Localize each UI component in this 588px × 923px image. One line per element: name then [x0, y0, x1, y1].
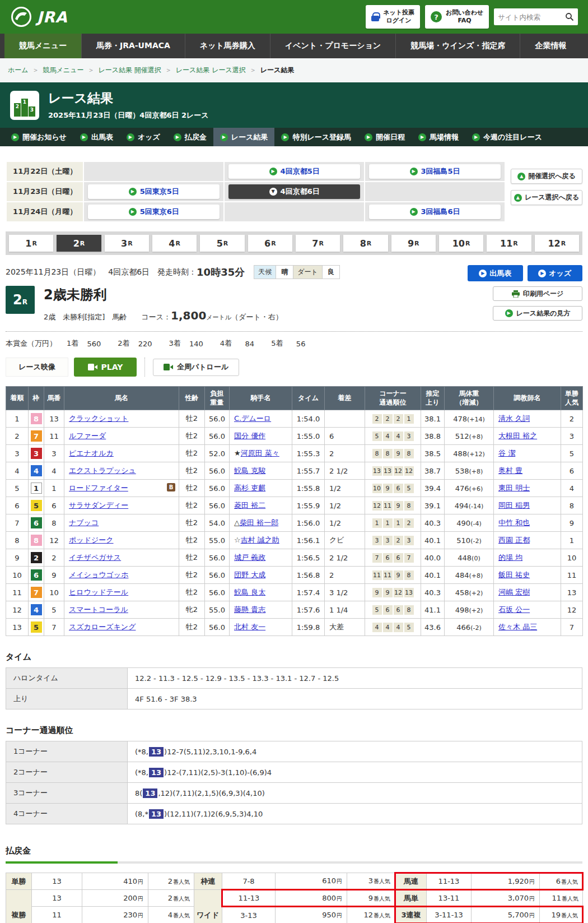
race-tab[interactable]: 11R [487, 235, 531, 252]
meeting-button[interactable]: ▶4回京都5日 [228, 164, 360, 179]
result-guide-button[interactable]: ▶ レース結果の見方 [493, 306, 582, 321]
search-input[interactable] [498, 13, 565, 21]
jra-logo[interactable]: JRA [10, 6, 68, 28]
trainer-link[interactable]: 谷 潔 [498, 449, 515, 457]
meeting-button[interactable]: ▶3回福島6日 [369, 205, 501, 219]
jockey-link[interactable]: 吉村 誠之助 [241, 536, 279, 544]
race-tab[interactable]: 4R [152, 235, 197, 252]
horse-name-link[interactable]: ポッドジーク [69, 536, 114, 544]
jockey-link[interactable]: 菱田 裕二 [234, 501, 265, 509]
jockey-link[interactable]: 北村 友一 [234, 623, 265, 631]
horse-name-link[interactable]: ルファーダ [69, 432, 106, 440]
shutsuba-button[interactable]: ▶ 出馬表 [468, 265, 523, 281]
trainer-link[interactable]: 東田 明士 [498, 484, 530, 492]
breadcrumb-link[interactable]: 競馬メニュー [43, 66, 84, 74]
trainer-link[interactable]: 岡田 稲男 [498, 501, 530, 509]
corner-row: 1コーナー(*8,13)12-7(5,11)2,3,10,1-9,6,4 [6, 741, 582, 762]
jockey-link[interactable]: 国分 優作 [234, 432, 265, 440]
subnav-item[interactable]: ▶払戻金 [167, 128, 213, 146]
horse-name-cell: スズカローズキング [64, 619, 179, 636]
nav-item[interactable]: ネット馬券購入 [185, 34, 270, 58]
horse-name-link[interactable]: サラサダンディー [69, 501, 128, 509]
trainer-link[interactable]: 的場 均 [498, 553, 522, 562]
patrol-video-button[interactable]: 全周パトロール [153, 359, 239, 376]
nav-item[interactable]: 競馬メニュー [4, 34, 81, 58]
results-row: 922イチザペガサス牡256.0城戸 義政1:56.52 1/2766740.0… [6, 549, 583, 567]
horse-name-link[interactable]: ピエナオルカ [69, 449, 114, 457]
jockey-link[interactable]: 高杉 吏麒 [234, 484, 265, 492]
popularity-suffix: 番人気 [562, 896, 578, 902]
faq-button[interactable]: お問い合わせ FAQ [425, 5, 489, 29]
jockey-link[interactable]: 河原田 菜々 [241, 449, 279, 457]
horse-name-link[interactable]: ロードファイター [69, 484, 128, 492]
trainer-link[interactable]: 石坂 公一 [498, 605, 530, 614]
horse-name-link[interactable]: ヒロウッドテール [69, 588, 128, 596]
print-page-button[interactable]: 印刷用ページ [493, 286, 582, 301]
race-tab[interactable]: 9R [391, 235, 436, 252]
horse-name-link[interactable]: クラックショット [69, 414, 128, 423]
breadcrumb-link[interactable]: ホーム [8, 66, 29, 74]
race-tab[interactable]: 8R [343, 235, 388, 252]
trainer-link[interactable]: 大根田 裕之 [498, 432, 537, 440]
jockey-link[interactable]: 藤懸 貴志 [234, 605, 265, 614]
bet-combination: 13-11 [427, 890, 472, 907]
trainer-link[interactable]: 佐々木 晶三 [498, 623, 537, 631]
subnav-item[interactable]: ▶開催お知らせ [4, 128, 73, 146]
trainer-link[interactable]: 飯田 祐史 [498, 571, 530, 579]
horse-name-link[interactable]: ナブッコ [69, 518, 99, 527]
back-button[interactable]: ▲開催選択へ戻る [511, 169, 582, 184]
win-popularity: 3 [561, 428, 583, 445]
race-tab[interactable]: 10R [439, 235, 483, 252]
jockey-link[interactable]: 鮫島 克駿 [234, 466, 265, 475]
race-tab[interactable]: 3R [105, 235, 149, 252]
jockey-link[interactable]: 城戸 義政 [234, 553, 265, 562]
jockey-link[interactable]: C.デムーロ [234, 414, 271, 423]
subnav-item[interactable]: ▶オッズ [120, 128, 167, 146]
jockey-link[interactable]: 鮫島 良太 [234, 588, 265, 596]
nav-item[interactable]: 企業情報 [520, 34, 581, 58]
race-tab[interactable]: 2R [57, 235, 101, 252]
corner-position: 1 [404, 414, 414, 424]
subnav-item[interactable]: ▶レース結果 [213, 128, 275, 146]
breadcrumb-link[interactable]: レース結果 レース選択 [176, 66, 246, 74]
trainer-link[interactable]: 西園 正都 [498, 536, 530, 544]
corner-position: 2 [394, 414, 403, 424]
play-button[interactable]: PLAY [74, 358, 137, 377]
jockey-link[interactable]: 団野 大成 [234, 571, 265, 579]
race-tab[interactable]: 5R [200, 235, 244, 252]
corner-position: 8 [404, 571, 414, 580]
race-tab[interactable]: 1R [9, 235, 53, 252]
subnav-item[interactable]: ▶開催日程 [358, 128, 412, 146]
meeting-button[interactable]: ▶5回東京6日 [88, 205, 220, 219]
back-button[interactable]: ▲レース選択へ戻る [511, 190, 582, 205]
net-vote-login-button[interactable]: ネット投票 ログイン [366, 5, 420, 29]
subnav-item[interactable]: ▶馬場情報 [412, 128, 465, 146]
search-icon[interactable] [565, 12, 574, 21]
meeting-button[interactable]: ▶5回東京5日 [88, 184, 220, 199]
horse-name-link[interactable]: スズカローズキング [69, 623, 136, 631]
race-tab[interactable]: 6R [248, 235, 292, 252]
bet-type-label-value: ワイド [197, 911, 219, 919]
breadcrumb-link[interactable]: レース結果 開催選択 [98, 66, 161, 74]
race-tab[interactable]: 12R [535, 235, 579, 252]
bet-type-label: ワイド [194, 890, 222, 923]
nav-item[interactable]: 馬券・JRA-UMACA [81, 34, 185, 58]
trainer-link[interactable]: 中竹 和也 [498, 518, 530, 527]
trainer-link[interactable]: 河嶋 宏樹 [498, 588, 530, 596]
trainer-link[interactable]: 清水 久詞 [498, 414, 530, 423]
subnav-item[interactable]: ▶特別レース登録馬 [274, 128, 358, 146]
meeting-button[interactable]: ▼4回京都6日 [228, 184, 360, 199]
odds-button[interactable]: ▶ オッズ [528, 265, 583, 281]
meeting-button[interactable]: ▶3回福島5日 [369, 164, 501, 179]
subnav-item[interactable]: ▶出馬表 [73, 128, 120, 146]
race-tab[interactable]: 7R [296, 235, 340, 252]
horse-name-link[interactable]: エクストラプッシュ [69, 466, 136, 475]
nav-item[interactable]: 競馬場・ウインズ・指定席 [395, 34, 520, 58]
subnav-item[interactable]: ▶今週の注目レース [465, 128, 549, 146]
trainer-link[interactable]: 奥村 豊 [498, 466, 522, 475]
horse-name-link[interactable]: メイショウゴッホ [69, 571, 128, 579]
horse-name-link[interactable]: イチザペガサス [69, 553, 121, 562]
nav-item[interactable]: イベント・プロモーション [270, 34, 395, 58]
horse-name-link[interactable]: スマートコーラル [69, 605, 128, 614]
jockey-link[interactable]: 柴田 裕一郎 [240, 518, 278, 527]
